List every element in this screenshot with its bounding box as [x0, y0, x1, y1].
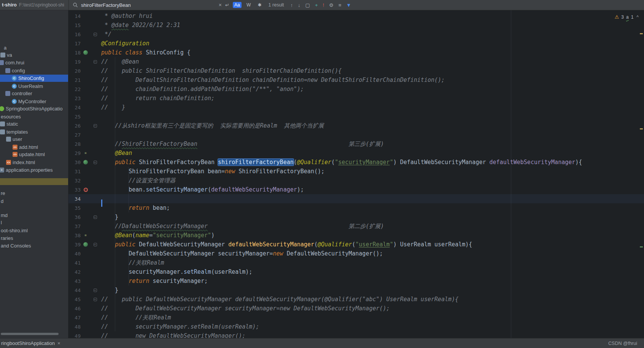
code-line-41[interactable]: 41 //关联Realm: [68, 258, 644, 267]
filter-funnel-button[interactable]: ▼: [346, 2, 351, 8]
bean-method-icon[interactable]: ≡: [84, 233, 86, 237]
line-number[interactable]: 45: [68, 297, 81, 302]
line-number[interactable]: 18: [68, 50, 81, 56]
code-line-25[interactable]: 25: [68, 112, 644, 121]
code-line-49[interactable]: 49// new DefaultWebSecurityManager();: [68, 331, 644, 338]
prev-match-button[interactable]: ↑: [291, 2, 293, 8]
code-line-48[interactable]: 48// securityManager.setRealm(userRealm)…: [68, 322, 644, 331]
fold-icon[interactable]: −: [94, 216, 97, 219]
error-stripe-mark[interactable]: [640, 246, 643, 247]
fold-icon[interactable]: −: [94, 124, 97, 128]
code-line-29[interactable]: 29≡ @Bean: [68, 148, 644, 158]
run-tab[interactable]: ringbootShiroApplication ×: [0, 340, 60, 346]
line-number[interactable]: 47: [68, 315, 81, 321]
filter-lines-button[interactable]: ≡: [339, 2, 342, 8]
tree-item-MyController[interactable]: CMyController: [0, 98, 68, 105]
code-line-38[interactable]: 38≡ @Bean(name="securityManager"): [68, 231, 644, 240]
line-number[interactable]: 31: [68, 169, 81, 174]
line-number[interactable]: 32: [68, 178, 81, 184]
code-line-31[interactable]: 31 ShiroFilterFactoryBean bean=new Shiro…: [68, 167, 644, 176]
code-line-17[interactable]: 17@Configuration: [68, 39, 644, 48]
tree-item-re[interactable]: re: [0, 190, 68, 197]
line-number[interactable]: 26: [68, 123, 81, 129]
tree-item-application.properties[interactable]: ≡application.properties: [0, 166, 68, 174]
tree-item-com.hrui[interactable]: com.hrui: [0, 59, 68, 66]
code-line-36[interactable]: 36− }: [68, 212, 644, 222]
tree-item-va[interactable]: va: [0, 51, 68, 59]
code-line-35[interactable]: 35 return bean;: [68, 203, 644, 212]
tree-item-config[interactable]: config: [0, 67, 68, 74]
line-number[interactable]: 29: [68, 150, 81, 156]
spring-bean-icon[interactable]: [83, 50, 88, 55]
close-tab-icon[interactable]: ×: [57, 340, 60, 346]
code-line-28[interactable]: 28 //ShiroFilterFactoryBean 第三步(扩展): [68, 139, 644, 148]
line-number[interactable]: 33: [68, 187, 81, 193]
tree-item-update.html[interactable]: <>update.html: [0, 151, 68, 158]
code-line-45[interactable]: 45−// public DefaultWebSecurityManager d…: [68, 295, 644, 304]
tree-item-raries[interactable]: raries: [0, 235, 68, 242]
fold-icon[interactable]: −: [94, 60, 97, 64]
tree-item-esources[interactable]: esources: [0, 113, 68, 120]
tree-item-row[interactable]: [0, 178, 68, 185]
code-line-43[interactable]: 43 return securityManager;: [68, 276, 644, 286]
tree-item-oot-shiro.iml[interactable]: oot-shiro.iml: [0, 227, 68, 234]
error-stripe-mark[interactable]: [640, 33, 643, 34]
line-number[interactable]: 44: [68, 287, 81, 293]
sidebar-horizontal-scrollbar[interactable]: [1, 333, 59, 335]
tree-item-a[interactable]: a: [0, 44, 68, 51]
line-number[interactable]: 15: [68, 22, 81, 28]
code-line-20[interactable]: 20// public ShiroFilterChainDefinition s…: [68, 66, 644, 75]
tree-item-templates[interactable]: templates: [0, 128, 68, 136]
fold-icon[interactable]: −: [94, 161, 97, 164]
code-line-46[interactable]: 46// DefaultWebSecurityManager securityM…: [68, 304, 644, 313]
tree-item-l[interactable]: l: [0, 219, 68, 226]
exclude-match-button[interactable]: !: [323, 2, 324, 8]
code-line-40[interactable]: 40 DefaultWebSecurityManager securityMan…: [68, 249, 644, 258]
fold-icon[interactable]: −: [94, 289, 97, 292]
line-number[interactable]: 36: [68, 214, 81, 220]
code-line-18[interactable]: 18public class ShiroConfig {: [68, 48, 644, 57]
line-number[interactable]: 30: [68, 160, 81, 165]
code-line-27[interactable]: 27: [68, 130, 644, 139]
fold-icon[interactable]: −: [94, 298, 97, 301]
tree-item-static[interactable]: static: [0, 120, 68, 128]
line-number[interactable]: 14: [68, 13, 81, 19]
red-marker-icon[interactable]: [84, 188, 88, 192]
line-number[interactable]: 20: [68, 68, 81, 74]
line-number[interactable]: 43: [68, 278, 81, 284]
code-line-33[interactable]: 33 bean.setSecurityManager(defaultWebSec…: [68, 185, 644, 194]
code-line-19[interactable]: 19−// @Bean: [68, 57, 644, 66]
bean-method-icon[interactable]: ≡: [84, 151, 86, 155]
line-number[interactable]: 37: [68, 223, 81, 229]
line-number[interactable]: 35: [68, 205, 81, 211]
spring-bean-icon[interactable]: [83, 242, 88, 247]
line-number[interactable]: 24: [68, 105, 81, 110]
newline-icon[interactable]: ↵: [225, 2, 229, 8]
words-toggle[interactable]: W: [245, 2, 253, 8]
line-number[interactable]: 23: [68, 96, 81, 101]
regex-toggle[interactable]: ✱: [256, 2, 264, 8]
inspection-widget[interactable]: ⚠ 3 a 1 ^: [615, 14, 639, 20]
line-number[interactable]: 42: [68, 269, 81, 275]
code-line-16[interactable]: 16− */: [68, 30, 644, 39]
line-number[interactable]: 48: [68, 324, 81, 330]
code-area[interactable]: 14 * @author hrui15 * @date 2022/6/12 2:…: [68, 11, 644, 338]
line-number[interactable]: 19: [68, 59, 81, 65]
tree-item-d[interactable]: d: [0, 198, 68, 205]
line-number[interactable]: 39: [68, 242, 81, 247]
code-line-37[interactable]: 37 //DafaultWebSecurityManager 第二步(扩展): [68, 222, 644, 231]
code-line-15[interactable]: 15 * @date 2022/6/12 2:31: [68, 21, 644, 30]
code-line-34[interactable]: 34: [68, 194, 644, 203]
line-number[interactable]: 25: [68, 114, 81, 120]
tree-item-user[interactable]: user: [0, 136, 68, 143]
add-selection-button[interactable]: +: [315, 2, 318, 8]
code-line-42[interactable]: 42 securityManager.setRealm(userRealm);: [68, 267, 644, 276]
editor[interactable]: 14 * @author hrui15 * @date 2022/6/12 2:…: [68, 10, 644, 338]
line-number[interactable]: 40: [68, 251, 81, 257]
tree-item-controller[interactable]: controller: [0, 90, 68, 97]
project-header[interactable]: t-shiro F:\test1\springboot-shi: [0, 0, 68, 10]
line-number[interactable]: 22: [68, 86, 81, 92]
code-line-39[interactable]: 39− public DefaultWebSecurityManager def…: [68, 240, 644, 249]
code-line-14[interactable]: 14 * @author hrui: [68, 11, 644, 21]
code-line-21[interactable]: 21// DefaultShiroFilterChainDefinition c…: [68, 75, 644, 85]
